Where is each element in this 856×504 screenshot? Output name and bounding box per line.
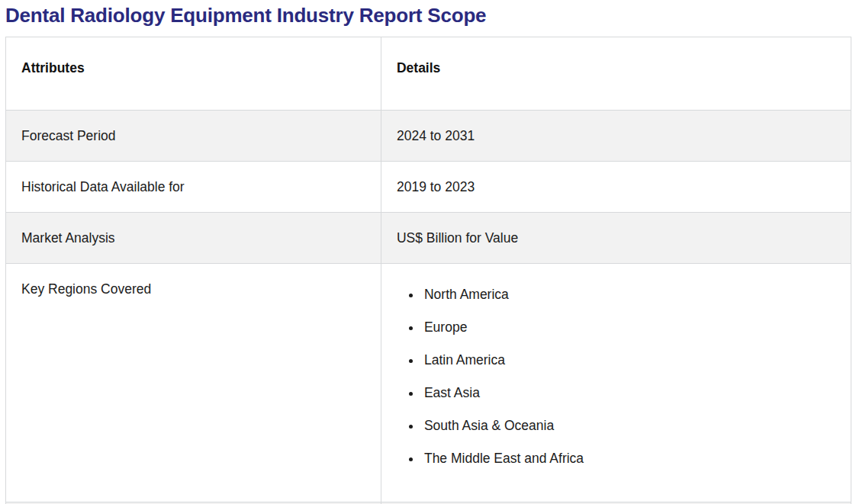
attribute-cell-historical-data: Historical Data Available for <box>6 162 381 213</box>
region-list-item: Europe <box>422 317 835 337</box>
attribute-cell-key-regions: Key Regions Covered <box>6 264 381 502</box>
details-column-header: Details <box>381 37 851 111</box>
detail-cell-market-analysis: US$ Billion for Value <box>381 213 851 264</box>
attributes-column-header: Attributes <box>6 37 381 111</box>
page-title: Dental Radiology Equipment Industry Repo… <box>5 2 851 29</box>
table-header-row: Attributes Details <box>6 37 851 111</box>
detail-cell-historical-data: 2019 to 2023 <box>381 162 851 213</box>
regions-list: North America Europe Latin America East … <box>397 284 835 468</box>
region-list-item: The Middle East and Africa <box>422 448 835 468</box>
table-row-market-analysis: Market Analysis US$ Billion for Value <box>6 213 851 264</box>
attribute-cell-market-analysis: Market Analysis <box>6 213 381 264</box>
detail-cell-forecast-period: 2024 to 2031 <box>381 111 851 162</box>
region-list-item: South Asia & Oceania <box>422 416 835 435</box>
table-row-forecast-period: Forecast Period 2024 to 2031 <box>6 111 851 162</box>
region-list-item: North America <box>422 284 835 304</box>
attribute-cell-forecast-period: Forecast Period <box>6 111 381 162</box>
report-scope-table: Attributes Details Forecast Period 2024 … <box>5 37 851 504</box>
region-list-item: Latin America <box>422 350 835 370</box>
detail-cell-key-regions: North America Europe Latin America East … <box>381 264 851 502</box>
report-scope-page: Dental Radiology Equipment Industry Repo… <box>0 0 856 504</box>
region-list-item: East Asia <box>422 383 835 403</box>
table-row-key-regions: Key Regions Covered North America Europe… <box>6 264 851 502</box>
table-row-historical-data: Historical Data Available for 2019 to 20… <box>6 162 851 213</box>
